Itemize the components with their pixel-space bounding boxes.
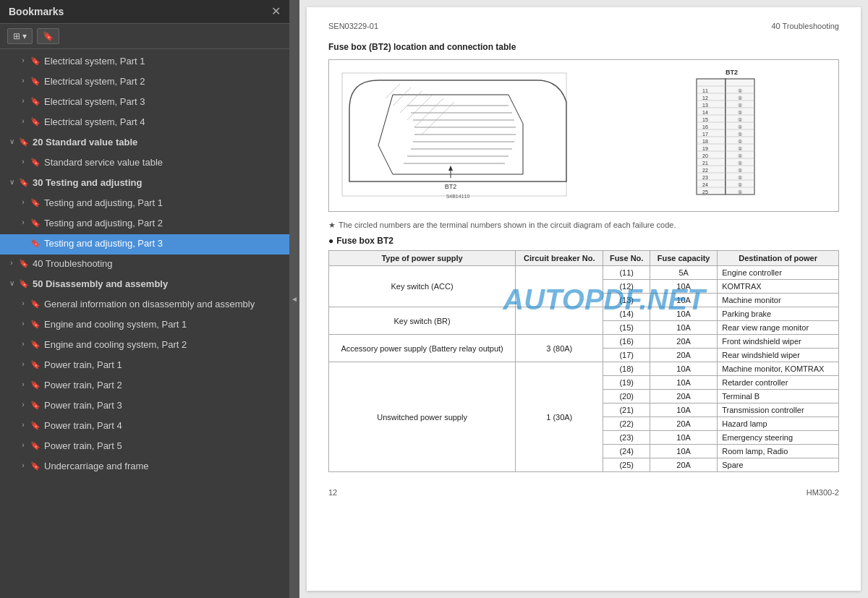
- doc-section: 40 Troubleshooting: [771, 22, 839, 30]
- bookmark-icon: 🔖: [30, 359, 41, 370]
- sidebar-item-engine1[interactable]: › 🔖 Engine and cooling system, Part 1: [0, 315, 289, 336]
- breaker-cell: [516, 307, 603, 335]
- sidebar-item-power4[interactable]: › 🔖 Power train, Part 4: [0, 417, 289, 437]
- dest-cell: Front windshield wiper: [718, 335, 839, 349]
- svg-text:12: 12: [702, 95, 708, 101]
- sidebar-tree: › 🔖 Electrical system, Part 1 › 🔖 Electr…: [0, 49, 289, 598]
- fuse-cap-cell: 10A: [650, 307, 717, 321]
- bookmark-icon: 🔖: [30, 116, 41, 127]
- expand-icon: ›: [17, 218, 29, 228]
- svg-text:①: ①: [738, 117, 742, 122]
- sidebar-item-disassembly[interactable]: ∨ 🔖 50 Disassembly and assembly: [0, 275, 289, 295]
- expand-icon: ›: [17, 420, 29, 430]
- sidebar-item-testing[interactable]: ∨ 🔖 30 Testing and adjusting: [0, 174, 289, 194]
- sidebar-item-power5[interactable]: › 🔖 Power train, Part 5: [0, 437, 289, 457]
- expand-icon: ›: [17, 299, 29, 309]
- dest-cell: Terminal B: [718, 390, 839, 403]
- svg-text:①: ①: [738, 161, 742, 166]
- fuse-cap-cell: 10A: [650, 294, 717, 307]
- diagram-left: BT2 S4B14110: [335, 66, 634, 205]
- bookmark-icon: 🔖: [30, 461, 41, 471]
- svg-text:20: 20: [702, 153, 708, 158]
- sidebar-item-trouble[interactable]: › 🔖 40 Troubleshooting: [0, 255, 289, 275]
- sidebar-item-elec2[interactable]: › 🔖 Electrical system, Part 2: [0, 72, 289, 93]
- fuse-cap-cell: 20A: [650, 458, 717, 472]
- sidebar-title: Bookmarks: [9, 6, 64, 17]
- item-label: Power train, Part 2: [44, 379, 285, 392]
- sidebar-item-testing2[interactable]: › 🔖 Testing and adjusting, Part 2: [0, 214, 289, 234]
- sidebar-item-elec1[interactable]: › 🔖 Electrical system, Part 1: [0, 52, 289, 72]
- expand-icon: ›: [17, 400, 29, 410]
- fuse-no-cell: (20): [603, 390, 650, 403]
- fuse-cap-cell: 20A: [650, 390, 717, 403]
- fuse-diagram: BT2 S4B14110 BT2: [328, 59, 839, 212]
- bookmark-icon: 🔖: [30, 56, 41, 67]
- item-label: Standard service value table: [44, 156, 285, 169]
- sidebar-item-power1[interactable]: › 🔖 Power train, Part 1: [0, 356, 289, 376]
- fuse-cap-cell: 10A: [650, 362, 717, 376]
- power-cell: Unswitched power supply: [329, 362, 516, 472]
- bookmark-icon: 🔖: [30, 238, 41, 249]
- page-number: 12: [328, 488, 337, 497]
- sidebar-item-elec3[interactable]: › 🔖 Electrical system, Part 3: [0, 93, 289, 113]
- bookmark-button[interactable]: 🔖: [37, 28, 59, 44]
- item-label: Power train, Part 3: [44, 399, 285, 412]
- dest-cell: Emergency steering: [718, 431, 839, 445]
- fuse-no-cell: (15): [603, 321, 650, 335]
- bookmark-icon: 🔖: [43, 31, 54, 41]
- bookmark-icon: 🔖: [30, 339, 41, 350]
- sidebar-item-power3[interactable]: › 🔖 Power train, Part 3: [0, 396, 289, 417]
- dest-cell: Rear view range monitor: [718, 321, 839, 335]
- sidebar-item-stdservice[interactable]: › 🔖 Standard service value table: [0, 153, 289, 174]
- fuse-no-cell: (14): [603, 307, 650, 321]
- item-label: Power train, Part 1: [44, 359, 285, 372]
- breaker-cell: [516, 266, 603, 307]
- sidebar-resize-handle[interactable]: ◄: [289, 0, 299, 598]
- bullet-symbol: ●: [328, 236, 333, 246]
- sidebar-item-general[interactable]: › 🔖 General information on disassembly a…: [0, 295, 289, 315]
- svg-text:①: ①: [738, 110, 742, 115]
- fuse-cap-cell: 10A: [650, 376, 717, 390]
- bookmark-icon: 🔖: [19, 258, 29, 269]
- sidebar-item-power2[interactable]: › 🔖 Power train, Part 2: [0, 376, 289, 396]
- dest-cell: Retarder controller: [718, 376, 839, 390]
- fuse-no-cell: (11): [603, 266, 650, 280]
- item-label: Testing and adjusting, Part 2: [44, 217, 285, 230]
- dest-cell: Engine controller: [718, 266, 839, 280]
- item-label: Engine and cooling system, Part 2: [44, 338, 285, 351]
- section-title: Fuse box (BT2) location and connection t…: [328, 42, 839, 52]
- dest-cell: KOMTRAX: [718, 280, 839, 294]
- sidebar-item-undercarriage[interactable]: › 🔖 Undercarriage and frame: [0, 457, 289, 477]
- bookmark-icon: 🔖: [30, 197, 41, 208]
- svg-text:①: ①: [738, 132, 742, 137]
- expand-icon: ›: [17, 116, 29, 127]
- fuse-no-cell: (24): [603, 445, 650, 458]
- table-row: Key switch (BR) (14) 10A Parking brake: [329, 307, 839, 321]
- svg-text:①: ①: [738, 175, 742, 180]
- page-content: AUTOPDF.NET SEN03229-01 40 Troubleshooti…: [307, 7, 861, 591]
- svg-text:①: ①: [738, 146, 742, 151]
- collapse-icon: ∨: [6, 278, 17, 289]
- power-cell: Key switch (ACC): [329, 266, 516, 307]
- resize-arrow-icon: ◄: [291, 295, 298, 303]
- fuse-table: Type of power supply Circuit breaker No.…: [328, 250, 839, 472]
- svg-text:①: ①: [738, 124, 742, 129]
- dropdown-arrow: ▾: [22, 31, 27, 41]
- expand-icon: ›: [17, 461, 29, 471]
- sidebar-item-stdval[interactable]: ∨ 🔖 20 Standard value table: [0, 133, 289, 153]
- view-options-button[interactable]: ⊞ ▾: [7, 28, 33, 44]
- sidebar-item-elec4[interactable]: › 🔖 Electrical system, Part 4: [0, 113, 289, 133]
- sidebar-item-testing1[interactable]: › 🔖 Testing and adjusting, Part 1: [0, 194, 289, 214]
- bookmark-icon: 🔖: [30, 218, 41, 228]
- sidebar-item-testing3[interactable]: › 🔖 Testing and adjusting, Part 3: [0, 234, 289, 255]
- fuse-no-cell: (13): [603, 294, 650, 307]
- close-button[interactable]: ✕: [271, 6, 281, 17]
- col-header-power: Type of power supply: [329, 251, 516, 266]
- item-label: 50 Disassembly and assembly: [33, 278, 285, 291]
- svg-text:①: ①: [738, 95, 742, 101]
- sidebar-item-engine2[interactable]: › 🔖 Engine and cooling system, Part 2: [0, 336, 289, 356]
- svg-text:11: 11: [702, 88, 708, 93]
- expand-icon: ›: [17, 359, 29, 370]
- table-row: Key switch (ACC) (11) 5A Engine controll…: [329, 266, 839, 280]
- svg-text:15: 15: [702, 117, 708, 122]
